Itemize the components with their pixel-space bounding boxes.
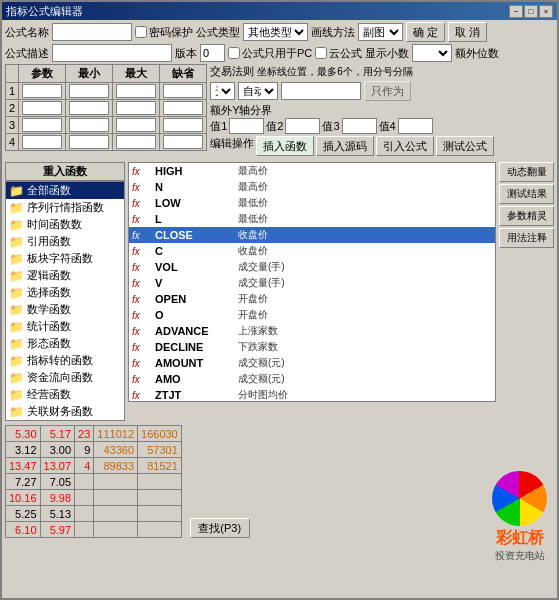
data-cell bbox=[75, 474, 94, 490]
func-item-4[interactable]: fxCLOSE收盘价 bbox=[129, 227, 495, 243]
cloud-formula-checkbox[interactable] bbox=[315, 47, 327, 59]
func-item-7[interactable]: fxV成交量(手) bbox=[129, 275, 495, 291]
tree-item-13[interactable]: 📁关联财务函数 bbox=[6, 403, 124, 420]
folder-icon: 📁 bbox=[9, 218, 24, 232]
right-btn-0[interactable]: 动态翻量 bbox=[499, 162, 554, 182]
func-panel-title: 重入函数 bbox=[5, 162, 125, 181]
extra-decimal-label: 额外位数 bbox=[455, 46, 499, 61]
val3-input[interactable] bbox=[342, 118, 377, 134]
val4-input[interactable] bbox=[398, 118, 433, 134]
folder-icon: 📁 bbox=[9, 354, 24, 368]
minimize-button[interactable]: − bbox=[509, 5, 523, 18]
category-label: 指标转的函数 bbox=[27, 353, 93, 368]
func-item-13[interactable]: fxAMO成交额(元) bbox=[129, 371, 495, 387]
tree-item-4[interactable]: 📁板块字符函数 bbox=[6, 250, 124, 267]
param1-min[interactable] bbox=[69, 84, 109, 98]
data-cell bbox=[94, 490, 138, 506]
fx-label: fx bbox=[132, 278, 152, 289]
param3-max[interactable] bbox=[116, 118, 156, 132]
auto-select2[interactable]: 自动 bbox=[238, 82, 278, 100]
val4-label: 值4 bbox=[379, 119, 396, 134]
tree-item-0[interactable]: 📁全部函数 bbox=[6, 182, 124, 199]
function-list[interactable]: fxHIGH最高价fxN最高价fxLOW最低价fxL最低价fxCLOSE收盘价f… bbox=[128, 162, 496, 402]
func-item-2[interactable]: fxLOW最低价 bbox=[129, 195, 495, 211]
tree-item-1[interactable]: 📁序列行情指函数 bbox=[6, 199, 124, 216]
right-btn-2[interactable]: 参数精灵 bbox=[499, 206, 554, 226]
param1-max[interactable] bbox=[116, 84, 156, 98]
func-item-9[interactable]: fxO开盘价 bbox=[129, 307, 495, 323]
insert-func-button[interactable]: 插入函数 bbox=[256, 136, 314, 156]
display-decimal-select[interactable] bbox=[412, 44, 452, 62]
param4-default[interactable] bbox=[163, 135, 203, 149]
cancel-button[interactable]: 取 消 bbox=[448, 22, 487, 42]
param3-min[interactable] bbox=[69, 118, 109, 132]
func-name: N bbox=[155, 181, 235, 193]
cloud-pc-checkbox[interactable] bbox=[228, 47, 240, 59]
bottom-section: 5.305.17231110121660303.123.009433605730… bbox=[2, 423, 557, 540]
retrieve-button[interactable]: 查找(P3) bbox=[190, 518, 250, 538]
tree-item-7[interactable]: 📁数学函数 bbox=[6, 301, 124, 318]
param2-min[interactable] bbox=[69, 101, 109, 115]
insert-source-button[interactable]: 插入源码 bbox=[316, 136, 374, 156]
formula-type-select[interactable]: 其他类型 bbox=[243, 23, 308, 41]
param4-name[interactable] bbox=[22, 135, 62, 149]
right-btn-3[interactable]: 用法注释 bbox=[499, 228, 554, 248]
auto-select1[interactable]: 无 bbox=[210, 82, 235, 100]
tree-item-10[interactable]: 📁指标转的函数 bbox=[6, 352, 124, 369]
test-formula-button[interactable]: 测试公式 bbox=[436, 136, 494, 156]
tree-item-8[interactable]: 📁统计函数 bbox=[6, 318, 124, 335]
category-label: 选择函数 bbox=[27, 285, 71, 300]
only-as-button[interactable]: 只作为 bbox=[364, 81, 411, 101]
fx-label: fx bbox=[132, 374, 152, 385]
param2-default[interactable] bbox=[163, 101, 203, 115]
version-input[interactable] bbox=[200, 44, 225, 62]
param3-default[interactable] bbox=[163, 118, 203, 132]
param3-name[interactable] bbox=[22, 118, 62, 132]
tree-item-9[interactable]: 📁形态函数 bbox=[6, 335, 124, 352]
coord-input[interactable] bbox=[281, 82, 361, 100]
data-cell: 81521 bbox=[138, 458, 182, 474]
password-checkbox-area: 密码保护 bbox=[135, 25, 193, 40]
description-input[interactable] bbox=[52, 44, 172, 62]
func-item-14[interactable]: fxZTJT分时图均价 bbox=[129, 387, 495, 402]
func-item-10[interactable]: fxADVANCE上涨家数 bbox=[129, 323, 495, 339]
func-item-6[interactable]: fxVOL成交量(手) bbox=[129, 259, 495, 275]
func-item-1[interactable]: fxN最高价 bbox=[129, 179, 495, 195]
param2-name[interactable] bbox=[22, 101, 62, 115]
param2-max[interactable] bbox=[116, 101, 156, 115]
param1-default[interactable] bbox=[163, 84, 203, 98]
fx-label: fx bbox=[132, 390, 152, 401]
axis-boundary: 额外Y轴分界 bbox=[210, 103, 554, 118]
tree-item-3[interactable]: 📁引用函数 bbox=[6, 233, 124, 250]
formula-name-input[interactable] bbox=[52, 23, 132, 41]
tree-item-12[interactable]: 📁经营函数 bbox=[6, 386, 124, 403]
import-formula-button[interactable]: 引入公式 bbox=[376, 136, 434, 156]
password-checkbox[interactable] bbox=[135, 26, 147, 38]
draw-method-select[interactable]: 副图 bbox=[358, 23, 403, 41]
func-item-8[interactable]: fxOPEN开盘价 bbox=[129, 291, 495, 307]
param1-name[interactable] bbox=[22, 84, 62, 98]
close-window-button[interactable]: × bbox=[539, 5, 553, 18]
category-label: 逻辑函数 bbox=[27, 268, 71, 283]
param4-max[interactable] bbox=[116, 135, 156, 149]
data-table: 5.305.17231110121660303.123.009433605730… bbox=[5, 425, 182, 538]
confirm-button[interactable]: 确 定 bbox=[406, 22, 445, 42]
tree-item-14[interactable]: 📁企业财务函数 bbox=[6, 420, 124, 421]
tree-item-6[interactable]: 📁选择函数 bbox=[6, 284, 124, 301]
right-btn-1[interactable]: 测试结果 bbox=[499, 184, 554, 204]
func-item-12[interactable]: fxAMOUNT成交额(元) bbox=[129, 355, 495, 371]
tree-item-11[interactable]: 📁资金流向函数 bbox=[6, 369, 124, 386]
data-cell: 9 bbox=[75, 442, 94, 458]
val2-input[interactable] bbox=[285, 118, 320, 134]
func-item-5[interactable]: fxC收盘价 bbox=[129, 243, 495, 259]
val1-input[interactable] bbox=[229, 118, 264, 134]
func-item-11[interactable]: fxDECLINE下跌家数 bbox=[129, 339, 495, 355]
func-item-3[interactable]: fxL最低价 bbox=[129, 211, 495, 227]
maximize-button[interactable]: □ bbox=[524, 5, 538, 18]
func-item-0[interactable]: fxHIGH最高价 bbox=[129, 163, 495, 179]
param4-min[interactable] bbox=[69, 135, 109, 149]
tree-item-5[interactable]: 📁逻辑函数 bbox=[6, 267, 124, 284]
tree-item-2[interactable]: 📁时间函数数 bbox=[6, 216, 124, 233]
form-row-2: 公式描述 版本 公式只用于PC 云公式 显示小数 额外位数 bbox=[5, 44, 554, 62]
category-list[interactable]: 📁全部函数📁序列行情指函数📁时间函数数📁引用函数📁板块字符函数📁逻辑函数📁选择函… bbox=[5, 181, 125, 421]
